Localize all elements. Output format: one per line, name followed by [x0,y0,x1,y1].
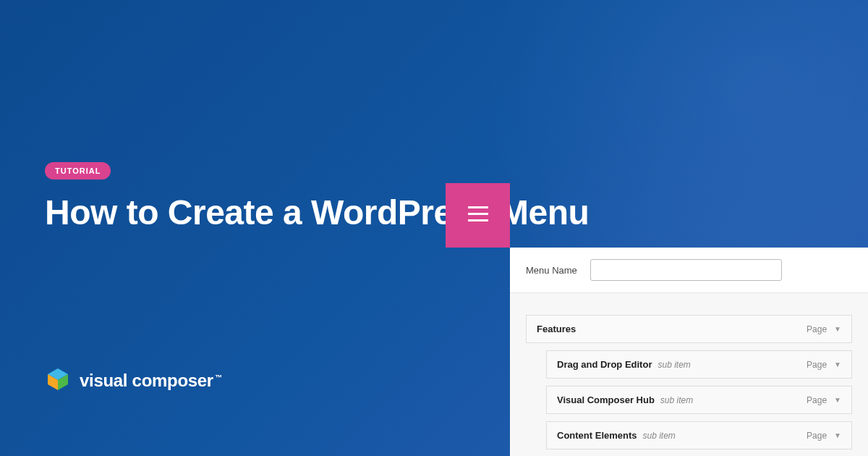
menu-item[interactable]: Drag and Drop Editor sub item Page ▼ [546,350,852,379]
menu-item-label: Visual Composer Hub [557,394,655,405]
tutorial-badge: TUTORIAL [45,162,111,180]
menu-item-label: Content Elements [557,430,637,441]
menu-item-type: Page [807,360,827,370]
hamburger-menu-button[interactable] [446,183,510,248]
menu-item-subtext: sub item [643,431,676,441]
menu-item-label: Drag and Drop Editor [557,359,652,370]
menu-item-subtext: sub item [658,360,690,370]
chevron-down-icon: ▼ [834,360,841,368]
menu-name-row: Menu Name [510,248,868,293]
menu-item-subtext: sub item [660,395,693,405]
chevron-down-icon: ▼ [834,325,841,333]
chevron-down-icon: ▼ [834,431,841,439]
menu-item-type: Page [807,395,827,405]
chevron-down-icon: ▼ [834,396,841,404]
svg-rect-5 [468,219,488,221]
brand-name: visual composer™ [80,371,222,391]
menu-editor-panel: Menu Name Features Page ▼ Drag and Drop … [510,248,868,456]
svg-rect-4 [468,213,488,215]
menu-item[interactable]: Content Elements sub item Page ▼ [546,421,852,449]
menu-item-type: Page [807,431,827,441]
menu-item[interactable]: Features Page ▼ [526,315,852,343]
menu-item-label: Features [537,324,576,334]
menu-item[interactable]: Visual Composer Hub sub item Page ▼ [546,386,852,414]
hamburger-icon [468,206,488,225]
menu-item-type: Page [807,324,827,334]
logo-cube-icon [45,366,71,395]
menu-name-label: Menu Name [526,265,577,276]
menu-items-list: Features Page ▼ Drag and Drop Editor sub… [510,293,868,456]
svg-rect-3 [468,206,488,208]
brand-logo: visual composer™ [45,366,222,395]
menu-name-input[interactable] [590,259,782,281]
